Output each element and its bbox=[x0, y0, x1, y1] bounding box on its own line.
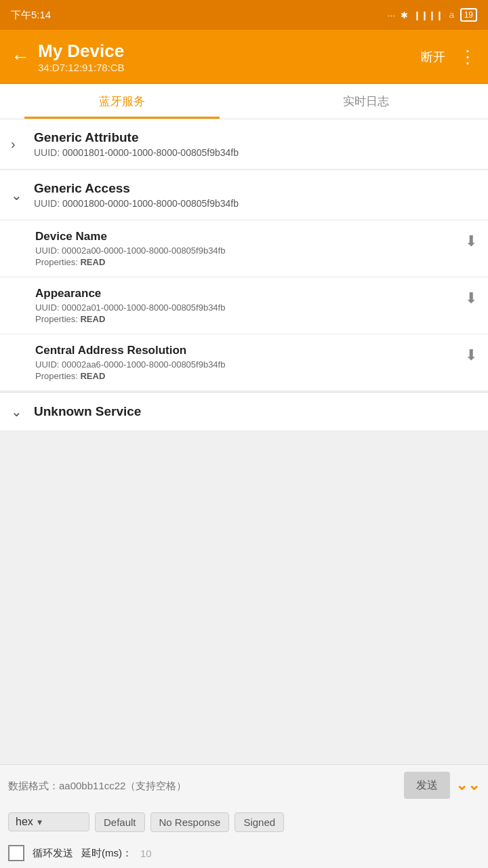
chevron-down-icon: ⌄ bbox=[11, 187, 24, 203]
char-name: Central Address Resolution bbox=[35, 344, 465, 357]
chevron-down-icon: ⌄ bbox=[11, 403, 24, 420]
cycle-row: 循环发送 延时(ms)： 10 bbox=[0, 838, 488, 868]
service-item-generic-access: ⌄ Generic Access UUID: 00001800-0000-100… bbox=[0, 170, 488, 391]
status-bar: 下午5:14 ··· ✱ ❙❙❙❙ 𝚊 19 bbox=[0, 0, 488, 30]
format-arrow-icon: ▾ bbox=[37, 816, 42, 827]
service-uuid: UUID: 00001800-0000-1000-8000-00805f9b34… bbox=[34, 198, 477, 209]
tab-bluetooth-service[interactable]: 蓝牙服务 bbox=[0, 84, 244, 119]
header-actions: 断开 ⋮ bbox=[421, 48, 477, 66]
expand-icon[interactable]: ⌄⌄ bbox=[455, 776, 480, 794]
status-icons: ··· ✱ ❙❙❙❙ 𝚊 19 bbox=[388, 8, 477, 22]
cycle-send-checkbox[interactable] bbox=[8, 845, 24, 861]
cycle-send-label: 循环发送 bbox=[33, 847, 73, 860]
char-name: Appearance bbox=[35, 287, 465, 300]
char-properties: Properties: READ bbox=[35, 257, 465, 267]
characteristic-item-device-name: Device Name UUID: 00002a00-0000-1000-800… bbox=[0, 220, 488, 277]
service-title-generic-access: Generic Access UUID: 00001800-0000-1000-… bbox=[34, 181, 477, 209]
service-header-unknown[interactable]: ⌄ Unknown Service bbox=[0, 393, 488, 431]
app-header: ← My Device 34:D7:12:91:78:CB 断开 ⋮ bbox=[0, 30, 488, 84]
back-button[interactable]: ← bbox=[11, 47, 30, 66]
service-header-generic-attribute[interactable]: › Generic Attribute UUID: 00001801-0000-… bbox=[0, 119, 488, 170]
delay-label: 延时(ms)： bbox=[81, 847, 132, 860]
char-properties: Properties: READ bbox=[35, 314, 465, 324]
data-input-field[interactable] bbox=[8, 772, 399, 799]
delay-value: 10 bbox=[140, 848, 152, 859]
bluetooth-icon: ✱ bbox=[401, 10, 408, 20]
data-input-row: 发送 ⌄⌄ bbox=[0, 765, 488, 806]
chevron-right-icon: › bbox=[11, 136, 24, 152]
char-name: Device Name bbox=[35, 230, 465, 243]
device-name-title: My Device bbox=[38, 41, 413, 62]
wifi-icon: 𝚊 bbox=[449, 9, 455, 20]
char-title-group: Device Name UUID: 00002a00-0000-1000-800… bbox=[35, 230, 465, 267]
tab-realtime-log[interactable]: 实时日志 bbox=[244, 84, 488, 119]
battery-icon: 19 bbox=[460, 8, 477, 22]
cell-signal-icon: ❙❙❙❙ bbox=[413, 10, 443, 20]
read-download-icon[interactable] bbox=[465, 233, 477, 250]
characteristic-item-appearance: Appearance UUID: 00002a01-0000-1000-8000… bbox=[0, 277, 488, 334]
disconnect-button[interactable]: 断开 bbox=[421, 49, 445, 65]
header-title-group: My Device 34:D7:12:91:78:CB bbox=[38, 41, 413, 73]
char-title-group: Central Address Resolution UUID: 00002aa… bbox=[35, 344, 465, 381]
char-properties: Properties: READ bbox=[35, 371, 465, 381]
service-title-generic-attribute: Generic Attribute UUID: 00001801-0000-10… bbox=[34, 130, 477, 158]
format-label: hex bbox=[16, 816, 33, 828]
services-list: › Generic Attribute UUID: 00001801-0000-… bbox=[0, 119, 488, 568]
service-name: Generic Attribute bbox=[34, 130, 477, 145]
service-uuid: UUID: 00001801-0000-1000-8000-00805f9b34… bbox=[34, 147, 477, 158]
status-time: 下午5:14 bbox=[11, 9, 51, 22]
tab-bar: 蓝牙服务 实时日志 bbox=[0, 84, 488, 119]
service-item-unknown: ⌄ Unknown Service bbox=[0, 392, 488, 431]
char-uuid: UUID: 00002aa6-0000-1000-8000-00805f9b34… bbox=[35, 359, 465, 370]
service-title-unknown: Unknown Service bbox=[34, 404, 477, 419]
device-address: 34:D7:12:91:78:CB bbox=[38, 62, 413, 73]
options-row: hex ▾ Default No Response Signed bbox=[0, 806, 488, 838]
service-item-generic-attribute: › Generic Attribute UUID: 00001801-0000-… bbox=[0, 119, 488, 170]
signal-dots-icon: ··· bbox=[388, 10, 395, 20]
more-options-button[interactable]: ⋮ bbox=[459, 48, 477, 66]
service-name: Generic Access bbox=[34, 181, 477, 196]
read-download-icon[interactable] bbox=[465, 347, 477, 364]
char-uuid: UUID: 00002a00-0000-1000-8000-00805f9b34… bbox=[35, 245, 465, 256]
option-default-button[interactable]: Default bbox=[95, 812, 145, 832]
send-button[interactable]: 发送 bbox=[404, 772, 450, 799]
option-signed-button[interactable]: Signed bbox=[235, 812, 284, 832]
option-no-response-button[interactable]: No Response bbox=[150, 812, 230, 832]
format-select[interactable]: hex ▾ bbox=[8, 812, 89, 831]
characteristic-item-central-address: Central Address Resolution UUID: 00002aa… bbox=[0, 334, 488, 391]
char-title-group: Appearance UUID: 00002a01-0000-1000-8000… bbox=[35, 287, 465, 324]
read-download-icon[interactable] bbox=[465, 290, 477, 307]
service-name: Unknown Service bbox=[34, 404, 477, 419]
bottom-input-area: 发送 ⌄⌄ hex ▾ Default No Response Signed 循… bbox=[0, 764, 488, 868]
char-uuid: UUID: 00002a01-0000-1000-8000-00805f9b34… bbox=[35, 302, 465, 313]
service-header-generic-access[interactable]: ⌄ Generic Access UUID: 00001800-0000-100… bbox=[0, 170, 488, 220]
